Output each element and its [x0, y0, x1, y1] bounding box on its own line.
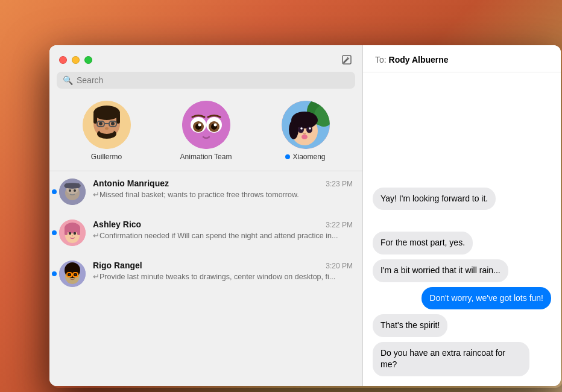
pinned-contact-guillermo[interactable]: Guillermo: [74, 101, 140, 161]
avatar-rigo: [59, 261, 86, 287]
svg-point-13: [105, 127, 109, 130]
reply-icon-ashley: ↵: [93, 231, 99, 242]
online-indicator-xiaomeng: [285, 154, 290, 159]
contact-label-guillermo: Guillermo: [91, 153, 122, 161]
avatar-guillermo: [83, 101, 131, 149]
svg-point-40: [69, 189, 71, 192]
compose-button[interactable]: [341, 54, 353, 66]
message-preview-ashley: ↵ Confirmation needed if Will can spend …: [93, 231, 353, 242]
chat-spacer-top: [373, 82, 551, 183]
search-input[interactable]: [77, 75, 349, 85]
reply-icon-antonio: ↵: [93, 190, 99, 201]
svg-rect-45: [65, 227, 68, 235]
chat-bubble-msg6: Do you have an extra raincoat for me?: [373, 342, 529, 376]
svg-point-49: [72, 235, 73, 236]
message-content-antonio: Antonio Manriquez 3:23 PM ↵ Missed final…: [93, 179, 353, 201]
chat-bubble-msg4: Don't worry, we've got lots fun!: [422, 287, 551, 310]
pinned-contacts: Guillermo: [49, 96, 362, 171]
sender-name-ashley: Ashley Rico: [93, 220, 141, 229]
pinned-contact-animation-team[interactable]: Animation Team: [173, 101, 239, 161]
search-icon: 🔍: [63, 75, 73, 85]
svg-rect-4: [93, 113, 97, 124]
message-header-ashley: Ashley Rico 3:22 PM: [93, 220, 353, 229]
svg-rect-5: [116, 113, 120, 124]
chat-messages: Yay! I'm looking forward to it. For the …: [363, 72, 561, 386]
chat-bubble-msg2: For the most part, yes.: [373, 232, 473, 254]
svg-rect-29: [290, 122, 295, 135]
svg-point-32: [300, 127, 303, 130]
svg-point-22: [213, 124, 216, 127]
chat-gap-1: [373, 215, 551, 227]
unread-dot-ashley: [52, 230, 57, 235]
avatar-animation: [182, 101, 230, 149]
to-label: To:: [375, 55, 387, 65]
title-bar: [49, 45, 362, 72]
close-button[interactable]: [59, 56, 67, 64]
message-row-antonio[interactable]: Antonio Manriquez 3:23 PM ↵ Missed final…: [49, 171, 362, 212]
message-row-ashley[interactable]: Ashley Rico 3:22 PM ↵ Confirmation neede…: [49, 212, 362, 253]
unread-dot-rigo: [52, 271, 57, 276]
svg-point-34: [302, 134, 308, 139]
avatar-antonio: [59, 179, 86, 205]
message-content-rigo: Rigo Rangel 3:20 PM ↵ Provide last minut…: [93, 261, 353, 283]
message-content-ashley: Ashley Rico 3:22 PM ↵ Confirmation neede…: [93, 220, 353, 242]
pinned-contact-xiaomeng[interactable]: Xiaomeng: [273, 101, 339, 161]
svg-point-3: [93, 106, 120, 120]
chat-bubble-msg1: Yay! I'm looking forward to it.: [373, 188, 496, 210]
svg-point-47: [69, 232, 71, 235]
message-preview-rigo: ↵ Provide last minute tweaks to drawings…: [93, 272, 353, 283]
avatar-xiaomeng: [282, 101, 330, 149]
svg-point-9: [99, 122, 103, 125]
svg-point-41: [74, 189, 76, 192]
chat-panel: To: Rody Albuerne Yay! I'm looking forwa…: [363, 45, 561, 386]
message-time-rigo: 3:20 PM: [326, 262, 353, 270]
traffic-lights: [59, 56, 92, 64]
avatar-wrapper-animation-team: [182, 101, 230, 149]
sidebar: 🔍: [49, 45, 363, 386]
minimize-button[interactable]: [72, 56, 80, 64]
chat-bubble-msg5: That's the spirit!: [373, 314, 447, 337]
sender-name-rigo: Rigo Rangel: [93, 261, 142, 270]
avatar-wrapper-guillermo: [83, 101, 131, 149]
recipient-name-bold: Rody Albuerne: [389, 55, 449, 65]
message-header-rigo: Rigo Rangel 3:20 PM: [93, 261, 353, 270]
avatar-ashley: [59, 220, 86, 246]
message-header-antonio: Antonio Manriquez 3:23 PM: [93, 179, 353, 188]
message-time-ashley: 3:22 PM: [326, 221, 353, 229]
unread-dot-antonio: [52, 189, 57, 194]
svg-rect-39: [65, 183, 80, 188]
reply-icon-rigo: ↵: [93, 272, 99, 283]
svg-point-56: [69, 274, 71, 276]
main-window: 🔍: [49, 45, 561, 386]
sender-name-antonio: Antonio Manriquez: [93, 179, 169, 188]
message-list: Antonio Manriquez 3:23 PM ↵ Missed final…: [49, 171, 362, 386]
contact-label-xiaomeng: Xiaomeng: [285, 153, 325, 161]
message-time-antonio: 3:23 PM: [326, 180, 353, 188]
svg-point-48: [74, 232, 76, 235]
svg-point-21: [198, 124, 201, 127]
svg-rect-46: [77, 227, 80, 235]
maximize-button[interactable]: [84, 56, 92, 64]
search-bar[interactable]: 🔍: [57, 72, 355, 89]
svg-point-33: [309, 127, 311, 130]
chat-bubble-msg3: I'm a bit worried that it will rain...: [373, 259, 508, 282]
svg-point-10: [111, 122, 115, 125]
message-row-rigo[interactable]: Rigo Rangel 3:20 PM ↵ Provide last minut…: [49, 253, 362, 294]
contact-label-animation-team: Animation Team: [180, 153, 232, 161]
avatar-wrapper-xiaomeng: [282, 101, 330, 149]
svg-point-57: [75, 274, 77, 276]
message-preview-antonio: ↵ Missed final basket; wants to practice…: [93, 190, 353, 201]
chat-header: To: Rody Albuerne: [363, 45, 561, 72]
